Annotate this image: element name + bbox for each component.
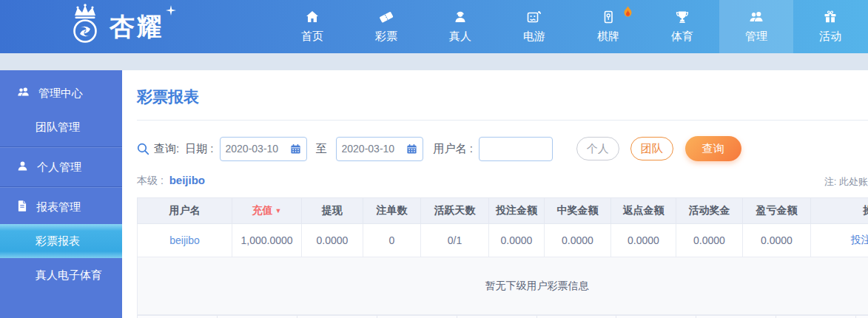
brand-name: 杏耀 (110, 14, 164, 39)
sidebar-item-label: 真人电子体育 (36, 268, 102, 283)
sidebar-divider (0, 146, 122, 148)
mahjong-tile-icon (601, 10, 616, 24)
page: 杏耀 首页 彩票 真人 (0, 0, 868, 318)
nav-item-boardgames[interactable]: 棋牌 (571, 0, 645, 53)
sidebar-item-label: 彩票报表 (36, 234, 80, 248)
trophy-icon (675, 10, 690, 24)
col-username: 用户名 (138, 198, 232, 224)
sidebar-divider (0, 186, 122, 188)
col-profit-loss: 盈亏金额 (743, 198, 811, 224)
query-submit-button[interactable]: 查询 (685, 136, 741, 161)
nav-label: 活动 (819, 30, 841, 44)
brand-logo[interactable]: 杏耀 (65, 4, 164, 50)
nav-item-live[interactable]: 真人 (423, 0, 497, 53)
current-level-row: 本级 : beijibo 注: 此处账 (137, 174, 868, 188)
table-header-row: 用户名 充值▼ 提现 注单数 活跃天数 投注金额 中奖金额 返点金额 活动奖金 … (138, 198, 868, 224)
nav-item-activity[interactable]: 活动 (793, 0, 867, 53)
row-bet-amount: 0.0000 (489, 224, 545, 257)
row-bet-count: 0 (363, 224, 421, 257)
nav-label: 管理 (745, 30, 767, 44)
sidebar-item-lottery-report[interactable]: 彩票报表 (0, 224, 122, 258)
sidebar-item-management-center[interactable]: 管理中心 (0, 76, 122, 110)
users-icon (748, 10, 764, 24)
page-title: 彩票报表 (137, 87, 868, 107)
ticket-icon (379, 10, 394, 24)
sub-navbar-strip (0, 53, 868, 70)
empty-message: 暂无下级用户彩票信息 (138, 257, 868, 315)
gift-icon (823, 10, 838, 24)
nav-item-sports[interactable]: 体育 (645, 0, 719, 53)
nav-label: 首页 (301, 30, 323, 44)
nav-item-lottery[interactable]: 彩票 (349, 0, 423, 53)
row-profit-loss: 0.0000 (743, 224, 811, 257)
sidebar-item-label: 管理中心 (38, 87, 83, 101)
main-content: 彩票报表 查询: 日期 : 至 用户名 : (122, 70, 868, 318)
col-recharge-sortable[interactable]: 充值▼ (232, 198, 302, 224)
sidebar-item-personal-management[interactable]: 个人管理 (0, 150, 122, 184)
col-activity-bonus: 活动奖金 (676, 198, 743, 224)
sidebar-item-report-management[interactable]: 报表管理 (0, 190, 122, 224)
row-win-amount: 0.0000 (545, 224, 611, 257)
live-person-icon (453, 10, 468, 24)
title-divider (137, 120, 868, 121)
sidebar-item-live-esports[interactable]: 真人电子体育 (0, 258, 122, 292)
level-label: 本级 : (137, 175, 164, 186)
nav-label: 电游 (523, 30, 545, 44)
nav-label: 棋牌 (597, 30, 619, 44)
sparkle-icon (166, 5, 176, 18)
username-label: 用户名 : (434, 142, 473, 156)
query-label: 查询: (154, 142, 179, 156)
user-icon (16, 160, 29, 175)
row-actions: 投注追号 (811, 224, 868, 257)
lottery-report-table: 用户名 充值▼ 提现 注单数 活跃天数 投注金额 中奖金额 返点金额 活动奖金 … (137, 197, 868, 315)
col-bet-amount: 投注金额 (489, 198, 545, 224)
col-actions: 操作 (811, 198, 868, 224)
row-username-link[interactable]: beijibo (138, 224, 232, 257)
search-icon (137, 143, 149, 155)
col-active-days: 活跃天数 (421, 198, 489, 224)
main-nav: 首页 彩票 真人 电游 (275, 0, 867, 53)
date-from-input[interactable] (226, 143, 289, 155)
report-document-icon (16, 200, 28, 214)
row-rebate-amount: 0.0000 (611, 224, 676, 257)
note-text: 注: 此处账 (824, 175, 868, 189)
level-username[interactable]: beijibo (169, 174, 205, 186)
personal-filter-button[interactable]: 个人 (576, 137, 619, 160)
col-rebate-amount: 返点金额 (611, 198, 676, 224)
top-navbar: 杏耀 首页 彩票 真人 (0, 0, 868, 53)
row-active-days: 0/1 (421, 224, 489, 257)
username-input[interactable] (485, 143, 547, 155)
nav-item-home[interactable]: 首页 (275, 0, 349, 53)
row-withdraw: 0.0000 (302, 224, 363, 257)
nav-label: 彩票 (375, 30, 397, 44)
table-row: beijibo 1,000.0000 0.0000 0 0/1 0.0000 0… (138, 224, 868, 257)
team-filter-button[interactable]: 团队 (630, 137, 673, 160)
sort-desc-icon: ▼ (275, 207, 282, 214)
users-icon (16, 86, 30, 101)
sidebar-item-team-management[interactable]: 团队管理 (0, 110, 122, 144)
date-label: 日期 : (185, 142, 213, 156)
sidebar: 管理中心 团队管理 个人管理 报表管理 彩票报表 真人电子体育 (0, 70, 122, 318)
sidebar-item-label: 团队管理 (36, 121, 80, 135)
nav-label: 真人 (449, 30, 471, 44)
col-win-amount: 中奖金额 (545, 198, 611, 224)
empty-state-row: 暂无下级用户彩票信息 (138, 257, 868, 315)
date-to-input[interactable] (342, 143, 405, 155)
nav-item-egames[interactable]: 电游 (497, 0, 571, 53)
col-bet-count: 注单数 (363, 198, 421, 224)
to-label: 至 (316, 142, 327, 156)
date-to-box (336, 137, 423, 161)
home-icon (305, 10, 320, 24)
secondary-table-clipped (137, 315, 868, 318)
username-box (479, 137, 553, 161)
row-activity-bonus: 0.0000 (676, 224, 743, 257)
date-from-box (220, 137, 307, 161)
crown-fish-emblem-icon (65, 4, 105, 50)
nav-item-management[interactable]: 管理 (719, 0, 793, 53)
calendar-icon[interactable] (406, 143, 417, 155)
sidebar-item-label: 个人管理 (37, 160, 81, 175)
bet-action-link[interactable]: 投注 (851, 234, 868, 246)
col-withdraw: 提现 (302, 198, 363, 224)
hot-flame-icon (623, 5, 633, 19)
calendar-icon[interactable] (290, 143, 301, 155)
